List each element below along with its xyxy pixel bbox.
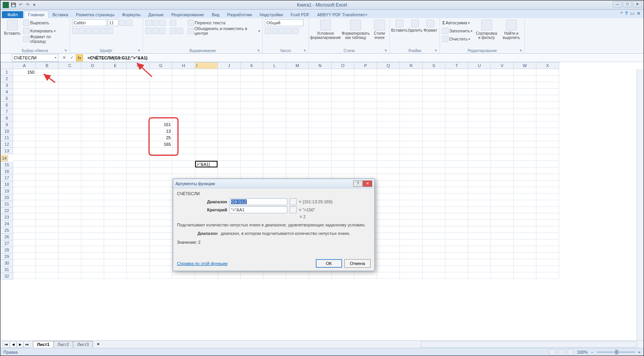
minimize-ribbon-icon[interactable]: ^ (620, 11, 623, 16)
cell[interactable] (104, 69, 127, 76)
cell[interactable] (468, 253, 491, 259)
cell[interactable] (514, 148, 536, 154)
cell[interactable] (309, 135, 332, 141)
cell[interactable] (491, 82, 514, 89)
align-center-icon[interactable] (152, 28, 158, 34)
cell[interactable] (377, 167, 400, 174)
cell[interactable] (309, 76, 332, 82)
cell[interactable] (195, 102, 218, 108)
cell[interactable] (286, 154, 309, 161)
cell[interactable] (13, 76, 36, 82)
cell[interactable] (127, 135, 150, 141)
sheet-nav-first-icon[interactable]: ⏮ (3, 341, 10, 348)
cell[interactable] (423, 240, 445, 246)
cell[interactable] (286, 141, 309, 148)
cell[interactable] (263, 102, 286, 108)
cell[interactable] (445, 167, 468, 174)
cell[interactable] (423, 174, 445, 181)
row-header[interactable]: 9 (0, 121, 13, 128)
fill-button[interactable]: Заполнить▾ (442, 27, 472, 35)
cell[interactable] (514, 213, 536, 220)
cell[interactable] (104, 161, 127, 167)
cell[interactable] (13, 240, 36, 246)
cell[interactable] (81, 194, 104, 200)
cell[interactable] (81, 95, 104, 102)
cell[interactable] (263, 128, 286, 135)
cell[interactable] (218, 154, 241, 161)
cell[interactable] (468, 226, 491, 233)
cell[interactable] (468, 240, 491, 246)
cell[interactable] (81, 148, 104, 154)
cell[interactable] (104, 213, 127, 220)
cell[interactable] (423, 148, 445, 154)
cell[interactable] (332, 141, 354, 148)
cell[interactable] (13, 226, 36, 233)
cell[interactable] (332, 89, 354, 95)
cell[interactable] (59, 161, 81, 167)
cell[interactable] (309, 82, 332, 89)
cell[interactable] (377, 226, 400, 233)
cell[interactable] (13, 141, 36, 148)
cell[interactable] (263, 161, 286, 167)
cell[interactable] (286, 128, 309, 135)
cell[interactable] (377, 220, 400, 226)
cell[interactable] (536, 154, 559, 161)
cell[interactable] (59, 272, 81, 279)
cell[interactable] (286, 135, 309, 141)
cell[interactable] (468, 194, 491, 200)
tab-layout[interactable]: Разметка страницы (72, 11, 118, 18)
cell[interactable] (354, 135, 377, 141)
cell[interactable] (59, 102, 81, 108)
indent-inc-icon[interactable] (177, 28, 183, 34)
cell[interactable] (81, 181, 104, 187)
cell[interactable] (400, 181, 423, 187)
cell[interactable] (491, 187, 514, 194)
cell[interactable] (536, 135, 559, 141)
cell[interactable] (150, 174, 172, 181)
cell[interactable] (400, 207, 423, 213)
cell[interactable] (127, 167, 150, 174)
cell[interactable] (514, 95, 536, 102)
cell[interactable] (423, 246, 445, 253)
cell[interactable] (423, 187, 445, 194)
cell[interactable] (536, 187, 559, 194)
cell[interactable] (195, 121, 218, 128)
cell[interactable] (514, 128, 536, 135)
active-cell[interactable]: >"&A1) (195, 161, 217, 167)
row-header[interactable]: 2 (0, 76, 13, 82)
cell[interactable] (423, 272, 445, 279)
cell[interactable] (468, 135, 491, 141)
cell[interactable] (377, 154, 400, 161)
cell[interactable] (195, 108, 218, 115)
cell[interactable] (491, 154, 514, 161)
cell[interactable] (36, 102, 59, 108)
qat-dropdown-icon[interactable]: ▾ (31, 2, 37, 8)
cell[interactable] (468, 115, 491, 121)
cell[interactable] (400, 200, 423, 207)
cell[interactable] (104, 266, 127, 272)
row-header[interactable]: 11 (0, 135, 13, 141)
cell[interactable] (536, 148, 559, 154)
cell[interactable] (377, 240, 400, 246)
cancel-formula-icon[interactable]: ✕ (61, 54, 67, 61)
zoom-in-icon[interactable]: + (638, 350, 641, 354)
column-header[interactable]: N (309, 62, 332, 69)
cell[interactable] (104, 187, 127, 194)
cell[interactable] (377, 272, 400, 279)
cell[interactable] (172, 95, 195, 102)
cell[interactable] (81, 200, 104, 207)
cell[interactable] (59, 200, 81, 207)
cell[interactable] (377, 115, 400, 121)
cancel-button[interactable]: Отмена (344, 259, 371, 268)
cell[interactable] (241, 161, 263, 167)
cell[interactable] (13, 213, 36, 220)
column-header[interactable]: M (286, 62, 309, 69)
cell[interactable] (218, 272, 241, 279)
cell[interactable] (172, 154, 195, 161)
cell[interactable] (104, 135, 127, 141)
cell[interactable] (263, 135, 286, 141)
cell[interactable] (309, 121, 332, 128)
column-header[interactable]: W (514, 62, 536, 69)
cell[interactable] (400, 102, 423, 108)
cell[interactable] (468, 220, 491, 226)
